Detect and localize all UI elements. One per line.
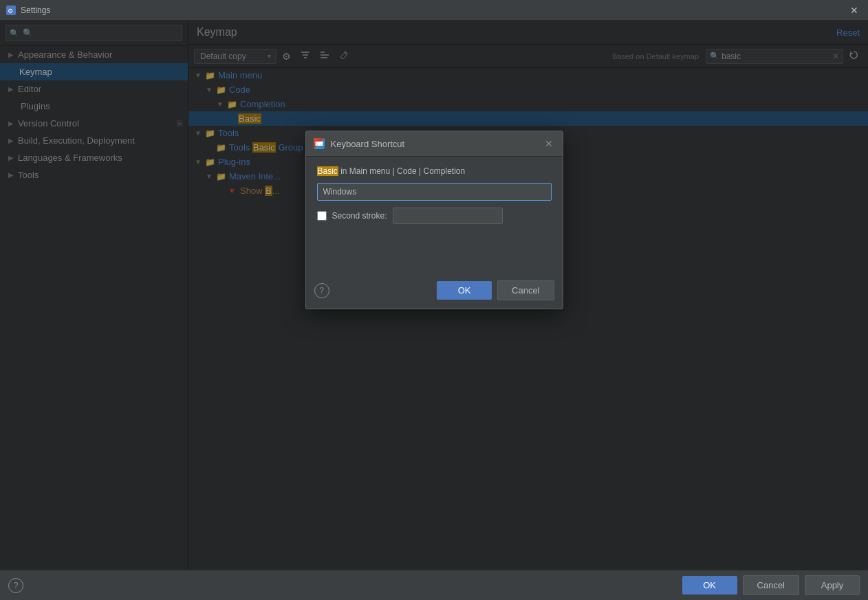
- dialog-ok-button[interactable]: OK: [437, 281, 492, 300]
- second-stroke-label: Second stroke:: [332, 211, 387, 221]
- dialog-app-icon: ⌨: [313, 137, 325, 150]
- dialog-close-button[interactable]: ✕: [542, 137, 556, 151]
- dialog-title: Keyboard Shortcut: [331, 139, 542, 149]
- second-stroke-checkbox[interactable]: [317, 211, 327, 221]
- dialog-cancel-button[interactable]: Cancel: [497, 280, 554, 300]
- apply-button[interactable]: Apply: [805, 575, 860, 595]
- ok-button[interactable]: OK: [682, 576, 737, 595]
- dialog-help-button[interactable]: ?: [314, 283, 329, 298]
- close-button[interactable]: ✕: [846, 2, 862, 19]
- window-title: Settings: [21, 5, 862, 15]
- dialog-subtitle: Basic in Main menu | Code | Completion: [317, 166, 552, 176]
- bottom-bar: ? OK Cancel Apply: [0, 570, 868, 600]
- app-icon: ⚙: [6, 5, 17, 16]
- dialog-footer: ? OK Cancel: [306, 275, 563, 309]
- cancel-button[interactable]: Cancel: [743, 575, 799, 595]
- dialog-body: Basic in Main menu | Code | Completion S…: [306, 157, 563, 275]
- second-stroke-row: Second stroke:: [317, 208, 552, 224]
- keyboard-shortcut-icon: ⌨: [314, 138, 325, 149]
- dialog-overlay: ⌨ Keyboard Shortcut ✕ Basic in Main menu…: [0, 21, 868, 570]
- bottom-left: ?: [8, 578, 677, 593]
- first-stroke-input[interactable]: [317, 183, 552, 201]
- second-stroke-input[interactable]: [393, 208, 503, 224]
- dialog-titlebar: ⌨ Keyboard Shortcut ✕: [306, 131, 563, 157]
- dialog-subtitle-path: in Main menu | Code | Completion: [338, 166, 465, 176]
- svg-text:⚙: ⚙: [8, 8, 13, 14]
- title-bar: ⚙ Settings ✕: [0, 0, 868, 21]
- help-button[interactable]: ?: [8, 578, 23, 593]
- dialog-subtitle-highlight: Basic: [317, 166, 338, 176]
- keyboard-shortcut-dialog: ⌨ Keyboard Shortcut ✕ Basic in Main menu…: [305, 131, 563, 309]
